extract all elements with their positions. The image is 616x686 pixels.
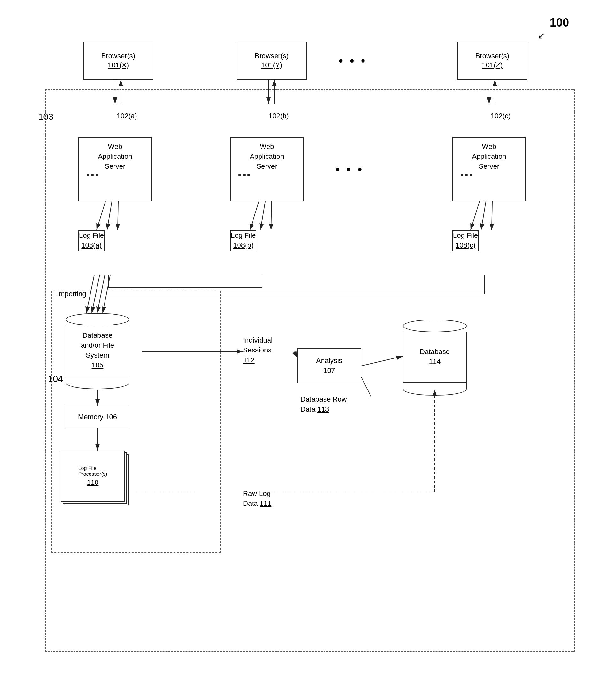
was-c-dots [457, 174, 472, 176]
memory-ref: 106 [105, 412, 117, 422]
browser-z-ref: 101(Z) [482, 61, 503, 70]
was-c: WebApplicationServer [452, 137, 526, 201]
db-114-top [403, 320, 467, 332]
indiv-sessions-text: IndividualSessions [243, 336, 273, 354]
memory-box: Memory 106 [66, 406, 130, 428]
browser-z-label: Browser(s) [475, 51, 509, 61]
logfile-a-label: Log File [79, 231, 104, 241]
diagram-container: 100 ↙ Browser(s) 101(X) Browser(s) 101(Y… [19, 13, 595, 671]
was-ellipsis: • • • [336, 163, 364, 176]
indiv-sessions-ref: 112 [243, 356, 255, 364]
logfile-c-ref: 108(c) [456, 241, 475, 251]
db-filesystem-bottom [66, 376, 130, 389]
was-a-dots [83, 174, 98, 176]
raw-log-data-label: Raw LogData 111 [243, 489, 301, 509]
analysis-label: Analysis [316, 357, 343, 365]
log-processor-page-1: Log FileProcessor(s) 110 [61, 451, 125, 502]
db-filesystem-body: Databaseand/or FileSystem 105 [66, 325, 130, 376]
db-114-bottom [403, 383, 467, 395]
was-c-label: WebApplicationServer [457, 142, 521, 171]
figure-number: 100 [550, 16, 569, 29]
individual-sessions-label: IndividualSessions 112 [243, 336, 294, 365]
db-filesystem-ref: 105 [92, 360, 104, 370]
raw-log-ref: 111 [260, 499, 272, 507]
conn-label-c: 102(c) [491, 111, 510, 121]
was-a: WebApplicationServer [78, 137, 152, 201]
conn-label-a: 102(a) [117, 111, 137, 121]
logfile-b-ref: 108(b) [233, 241, 254, 251]
was-b: WebApplicationServer [230, 137, 304, 201]
browser-x-label: Browser(s) [101, 51, 135, 61]
db-row-data-label: Database RowData 113 [301, 395, 371, 414]
db-filesystem: Databaseand/or FileSystem 105 [66, 313, 130, 389]
logfile-a-ref: 108(a) [81, 241, 102, 251]
analysis-ref: 107 [324, 366, 335, 374]
conn-label-b: 102(b) [268, 111, 289, 121]
log-processor-ref: 110 [87, 478, 99, 487]
logfile-b: Log File 108(b) [230, 230, 256, 251]
browser-y-ref: 101(Y) [261, 61, 282, 70]
db-row-ref: 113 [317, 405, 329, 413]
browser-ellipsis: • • • [339, 54, 367, 68]
browser-x: Browser(s) 101(X) [83, 42, 153, 80]
db-filesystem-label: Databaseand/or FileSystem [81, 331, 114, 360]
boundary-label-103: 103 [38, 112, 53, 122]
browser-y-label: Browser(s) [255, 51, 289, 61]
was-a-label: WebApplicationServer [83, 142, 147, 171]
logfile-b-label: Log File [231, 231, 256, 241]
logfile-c: Log File 108(c) [452, 230, 479, 251]
browser-x-ref: 101(X) [108, 61, 129, 70]
was-b-label: WebApplicationServer [235, 142, 299, 171]
figure-arrow: ↙ [538, 30, 545, 41]
db-114-ref: 114 [429, 357, 441, 367]
db-filesystem-top [66, 313, 130, 326]
db-114-label: Database [420, 347, 450, 357]
db-114-body: Database 114 [403, 331, 467, 383]
log-processor-label: Log FileProcessor(s) [78, 465, 107, 477]
was-b-dots [235, 174, 250, 176]
memory-label: Memory [78, 412, 103, 422]
boundary-label-104: 104 [48, 374, 63, 384]
logfile-a: Log File 108(a) [78, 230, 105, 251]
browser-y: Browser(s) 101(Y) [237, 42, 307, 80]
logfile-c-label: Log File [453, 231, 478, 241]
analysis-box: Analysis 107 [297, 348, 361, 383]
database-114: Database 114 [403, 320, 467, 395]
browser-z: Browser(s) 101(Z) [457, 42, 527, 80]
